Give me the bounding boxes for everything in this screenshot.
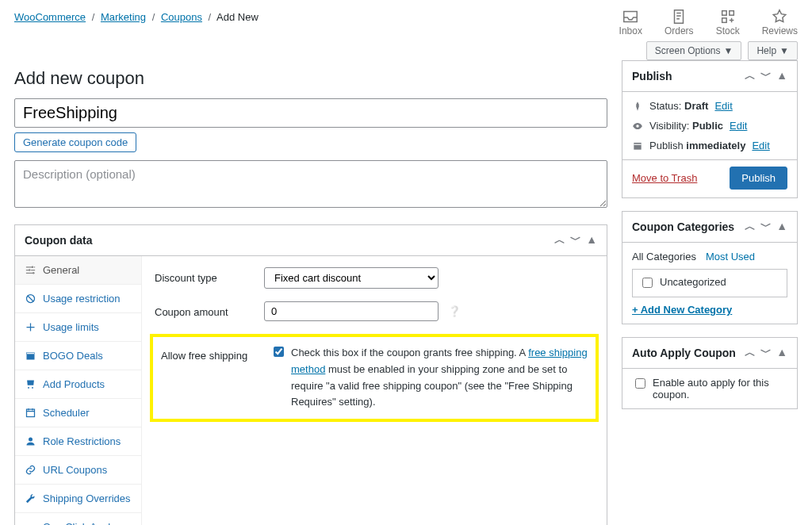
svg-rect-14	[634, 142, 641, 149]
publish-edit-link[interactable]: Edit	[752, 140, 769, 151]
toggle-icon[interactable]: ▲	[776, 346, 787, 360]
orders-button[interactable]: Orders	[665, 8, 694, 36]
breadcrumb-coupons[interactable]: Coupons	[161, 11, 202, 23]
orders-icon	[670, 8, 688, 25]
inbox-icon	[622, 8, 639, 25]
categories-title: Coupon Categories	[632, 220, 734, 233]
move-up-icon[interactable]: ︿	[745, 69, 756, 83]
pin-icon	[632, 101, 643, 112]
plus-icon	[25, 321, 36, 333]
svg-rect-11	[27, 409, 35, 416]
move-to-trash-link[interactable]: Move to Trash	[632, 172, 697, 184]
svg-rect-2	[722, 18, 726, 23]
svg-rect-1	[729, 11, 733, 16]
coupon-categories-box: Coupon Categories ︿ ﹀ ▲ All Categories M…	[622, 211, 798, 324]
category-uncategorized[interactable]: Uncategorized	[639, 276, 780, 290]
tab-bogo[interactable]: BOGO Deals	[15, 342, 141, 370]
auto-apply-title: Auto Apply Coupon	[632, 347, 736, 359]
visibility-edit-link[interactable]: Edit	[730, 120, 747, 132]
user-icon	[25, 435, 36, 447]
discount-type-select[interactable]: Fixed cart discount	[264, 267, 439, 289]
svg-point-13	[636, 125, 639, 128]
reviews-button[interactable]: Reviews	[762, 8, 798, 36]
help-button[interactable]: Help ▼	[748, 41, 798, 60]
svg-rect-8	[27, 353, 35, 354]
publish-box: Publish ︿ ﹀ ▲ Status: Draft Edit Visibil…	[622, 60, 798, 198]
svg-rect-7	[27, 354, 35, 360]
free-shipping-label: Allow free shipping	[161, 345, 256, 362]
stock-button[interactable]: Stock	[716, 8, 740, 36]
move-up-icon[interactable]: ︿	[554, 233, 565, 247]
block-icon	[25, 293, 36, 305]
description-textarea[interactable]	[14, 160, 607, 208]
tab-usage-limits[interactable]: Usage limits	[15, 313, 141, 342]
auto-apply-checkbox[interactable]	[635, 378, 645, 389]
breadcrumb-current: Add New	[216, 11, 259, 23]
svg-point-12	[29, 438, 33, 442]
svg-point-5	[33, 272, 35, 274]
screen-options-button[interactable]: Screen Options ▼	[646, 41, 742, 60]
coupon-data-title: Coupon data	[25, 234, 93, 247]
svg-point-4	[29, 269, 31, 271]
eye-icon	[632, 121, 643, 132]
move-up-icon[interactable]: ︿	[745, 220, 756, 234]
gift-icon	[25, 350, 36, 362]
free-shipping-highlight: Allow free shipping Check this box if th…	[150, 334, 599, 422]
tab-role-restrictions[interactable]: Role Restrictions	[15, 427, 141, 456]
toggle-icon[interactable]: ▲	[776, 220, 787, 234]
visibility-row: Visibility: Public Edit	[632, 120, 787, 132]
sliders-icon	[25, 264, 36, 276]
generate-coupon-code-button[interactable]: Generate coupon code	[14, 132, 136, 152]
uncategorized-checkbox[interactable]	[642, 278, 653, 288]
svg-rect-0	[722, 11, 726, 16]
tab-most-used[interactable]: Most Used	[706, 251, 755, 262]
svg-point-9	[28, 387, 29, 389]
wrench-icon	[25, 492, 36, 504]
toggle-icon[interactable]: ▲	[776, 69, 787, 83]
discount-type-label: Discount type	[155, 267, 250, 284]
auto-apply-row[interactable]: Enable auto apply for this coupon.	[632, 377, 787, 400]
tab-one-click-apply[interactable]: One Click Apply Notification	[15, 513, 141, 525]
tab-general[interactable]: General	[15, 256, 141, 285]
move-up-icon[interactable]: ︿	[745, 346, 756, 360]
auto-apply-box: Auto Apply Coupon ︿ ﹀ ▲ Enable auto appl…	[622, 337, 798, 409]
tab-usage-restriction[interactable]: Usage restriction	[15, 285, 141, 313]
coupon-data-box: Coupon data ︿ ﹀ ▲ General Usage restrict…	[14, 224, 607, 525]
tab-shipping-overrides[interactable]: Shipping Overrides	[15, 485, 141, 513]
publish-button[interactable]: Publish	[730, 167, 787, 190]
inbox-button[interactable]: Inbox	[619, 8, 642, 36]
page-title: Add new coupon	[14, 68, 607, 89]
link-icon	[25, 464, 36, 476]
tab-add-products[interactable]: Add Products	[15, 370, 141, 399]
svg-point-3	[32, 266, 34, 269]
tab-url-coupons[interactable]: URL Coupons	[15, 456, 141, 485]
tab-scheduler[interactable]: Scheduler	[15, 399, 141, 427]
breadcrumb: WooCommerce / Marketing / Coupons / Add …	[14, 8, 259, 23]
free-shipping-description: Check this box if the coupon grants free…	[291, 345, 588, 411]
reviews-icon	[771, 8, 788, 25]
free-shipping-checkbox[interactable]	[274, 347, 284, 357]
coupon-amount-label: Coupon amount	[155, 301, 250, 318]
move-down-icon[interactable]: ﹀	[760, 69, 772, 83]
status-row: Status: Draft Edit	[632, 100, 787, 112]
help-icon[interactable]: ❔	[448, 305, 461, 317]
stock-icon	[719, 8, 737, 25]
publish-date-row: Publish immediately Edit	[632, 140, 787, 151]
move-down-icon[interactable]: ﹀	[570, 233, 581, 247]
publish-title: Publish	[632, 70, 672, 82]
move-down-icon[interactable]: ﹀	[760, 346, 772, 360]
calendar-icon	[25, 407, 36, 419]
toggle-icon[interactable]: ▲	[586, 233, 597, 247]
breadcrumb-woocommerce[interactable]: WooCommerce	[14, 11, 86, 23]
cart-icon	[25, 378, 36, 390]
svg-point-10	[32, 387, 33, 389]
add-new-category-link[interactable]: + Add New Category	[632, 304, 732, 316]
coupon-code-input[interactable]	[14, 98, 607, 128]
tab-all-categories[interactable]: All Categories	[632, 251, 696, 262]
calendar-icon	[632, 140, 643, 151]
status-edit-link[interactable]: Edit	[714, 100, 732, 112]
move-down-icon[interactable]: ﹀	[760, 220, 772, 234]
coupon-amount-input[interactable]	[264, 301, 439, 321]
breadcrumb-marketing[interactable]: Marketing	[101, 11, 146, 23]
